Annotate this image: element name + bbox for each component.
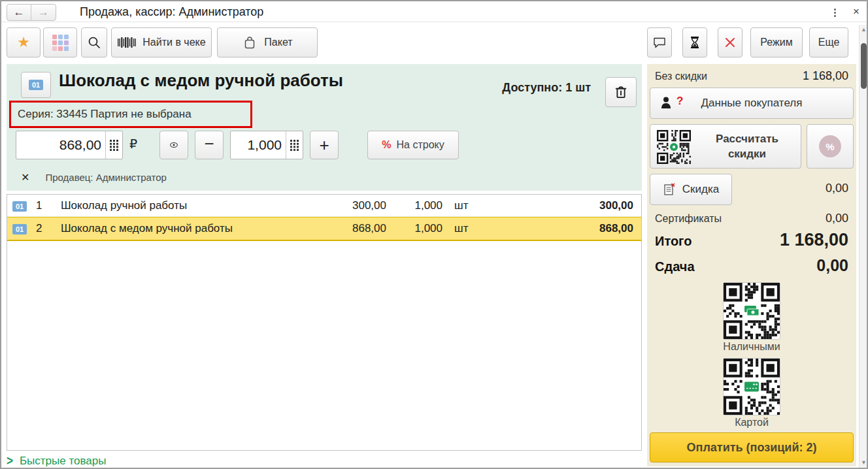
delete-receipt-button[interactable] <box>718 27 743 57</box>
row-price: 868,00 <box>317 222 389 235</box>
table-row-selected[interactable]: 01 2 Шоколад с медом ручной работы 868,0… <box>7 217 641 241</box>
view-price-button[interactable] <box>159 131 188 159</box>
price-value: 868,00 <box>16 131 105 159</box>
seller-row: ✕ Продавец: Администратор <box>7 166 167 188</box>
favorites-button[interactable]: ★ <box>7 27 41 57</box>
row-quantity: 1,000 <box>389 222 448 235</box>
colored-grid-icon <box>52 35 69 51</box>
find-in-receipt-label: Найти в чеке <box>142 37 205 48</box>
table-row[interactable]: 01 1 Шоколад ручной работы 300,00 1,000 … <box>7 195 641 217</box>
close-icon[interactable]: × <box>848 4 864 20</box>
row-total: 868,00 <box>478 222 641 235</box>
calculate-discounts-label: Рассчитать скидки <box>697 125 797 169</box>
pay-cash-qr-button[interactable] <box>723 282 780 340</box>
discount-button[interactable]: Скидка <box>650 174 732 205</box>
find-in-receipt-button[interactable]: Найти в чеке <box>111 27 212 57</box>
customer-data-button[interactable]: ? Данные покупателя <box>650 88 854 119</box>
back-button[interactable]: ← <box>7 5 31 20</box>
row-quantity: 1,000 <box>389 199 448 212</box>
no-discount-row: Без скидки 1 168,00 <box>655 69 848 83</box>
quantity-minus-button[interactable]: − <box>195 131 224 159</box>
price-field[interactable]: 868,00 <box>16 131 123 159</box>
quantity-keypad-button[interactable] <box>286 131 303 159</box>
line-discount-label: На строку <box>397 139 444 151</box>
no-discount-value: 1 168,00 <box>803 69 848 83</box>
row-warehouse-badge: 01 <box>12 224 27 234</box>
price-quantity-row: 868,00 ₽ − 1,000 + % На строку <box>7 131 642 159</box>
scroll-up-icon[interactable]: ▲ <box>861 27 867 33</box>
person-icon <box>659 95 675 110</box>
more-button[interactable]: Еще <box>809 27 848 57</box>
scroll-down-icon[interactable]: ▼ <box>861 460 867 466</box>
row-unit: шт <box>448 222 478 235</box>
mode-label: Режим <box>760 37 792 48</box>
row-product-name: Шоколад ручной работы <box>50 199 317 212</box>
summary-panel: Без скидки 1 168,00 ? Данные покупателя … <box>647 64 856 466</box>
speech-bubble-icon <box>652 36 667 49</box>
package-label: Пакет <box>264 37 292 48</box>
discount-value: 0,00 <box>826 182 848 195</box>
banknote-icon <box>744 305 760 317</box>
series-text: Серия: 33445 Партия не выбрана <box>18 108 192 121</box>
forward-button[interactable]: → <box>31 5 56 20</box>
available-quantity: Доступно: 1 шт <box>502 81 591 95</box>
delete-line-button[interactable] <box>605 77 637 107</box>
quantity-field[interactable]: 1,000 <box>230 131 303 159</box>
change-value: 0,00 <box>816 256 848 275</box>
calculate-discounts-button[interactable]: Рассчитать скидки <box>650 124 801 169</box>
mode-button[interactable]: Режим <box>750 27 803 57</box>
customer-data-label: Данные покупателя <box>701 97 803 110</box>
line-discount-button[interactable]: % На строку <box>367 131 459 159</box>
green-dot-icon <box>670 143 678 152</box>
quick-goods-toggle[interactable]: > Быстрые товары <box>7 453 106 469</box>
card-icon <box>744 381 760 393</box>
star-icon: ★ <box>17 34 30 51</box>
discount-label: Скидка <box>682 183 719 196</box>
change-row: Сдача 0,00 <box>655 256 848 275</box>
forward-arrow-icon: → <box>38 6 49 19</box>
red-x-icon <box>724 37 736 48</box>
warehouse-badge: 01 <box>29 80 43 90</box>
nav-history-group: ← → <box>7 4 56 21</box>
back-arrow-icon: ← <box>14 6 25 19</box>
percent-icon: % <box>382 139 391 151</box>
row-price: 300,00 <box>317 199 389 212</box>
pay-card-qr-button[interactable] <box>723 358 780 415</box>
keypad-icon <box>110 140 118 151</box>
row-number: 2 <box>29 222 50 235</box>
catalog-tiles-button[interactable] <box>43 27 77 57</box>
title-bar: ← → Продажа, кассир: Администратор × <box>1 1 867 22</box>
percent-circle-icon: % <box>819 135 841 157</box>
certificates-label: Сертификаты <box>655 213 722 225</box>
quantity-plus-button[interactable]: + <box>310 131 339 159</box>
scrollbar-thumb[interactable] <box>861 43 867 89</box>
clear-seller-icon[interactable]: ✕ <box>21 171 29 184</box>
more-label: Еще <box>818 37 840 48</box>
warehouse-badge-button[interactable]: 01 <box>21 72 51 98</box>
pay-button[interactable]: Оплатить (позиций: 2) <box>650 432 854 462</box>
change-label: Сдача <box>655 259 695 274</box>
search-button[interactable] <box>81 27 107 57</box>
manual-discount-button[interactable]: % <box>807 124 854 169</box>
plus-icon: + <box>319 135 329 155</box>
comment-button[interactable] <box>647 27 672 57</box>
total-value: 1 168,00 <box>780 230 848 250</box>
more-menu-icon[interactable] <box>829 6 841 19</box>
postpone-button[interactable] <box>682 27 707 57</box>
pos-window: ← → Продажа, кассир: Администратор × ★ Н… <box>0 0 868 469</box>
price-keypad-button[interactable] <box>105 131 122 159</box>
quick-goods-label: Быстрые товары <box>20 455 107 468</box>
certificates-value: 0,00 <box>826 212 848 225</box>
row-number: 1 <box>29 199 50 212</box>
product-title: Шоколад с медом ручной работы <box>59 71 343 91</box>
vertical-scrollbar[interactable]: ▲ ▼ <box>859 25 867 468</box>
qr-code-icon <box>657 130 691 164</box>
package-button[interactable]: Пакет <box>217 27 318 57</box>
card-label: Картой <box>647 417 856 429</box>
receipt-table: 01 1 Шоколад ручной работы 300,00 1,000 … <box>7 194 642 451</box>
no-discount-label: Без скидки <box>655 71 707 82</box>
series-annotation: Серия: 33445 Партия не выбрана <box>9 101 252 128</box>
total-label: Итого <box>655 234 692 249</box>
cash-label: Наличными <box>647 341 856 353</box>
seller-label: Продавец: Администратор <box>45 172 167 183</box>
